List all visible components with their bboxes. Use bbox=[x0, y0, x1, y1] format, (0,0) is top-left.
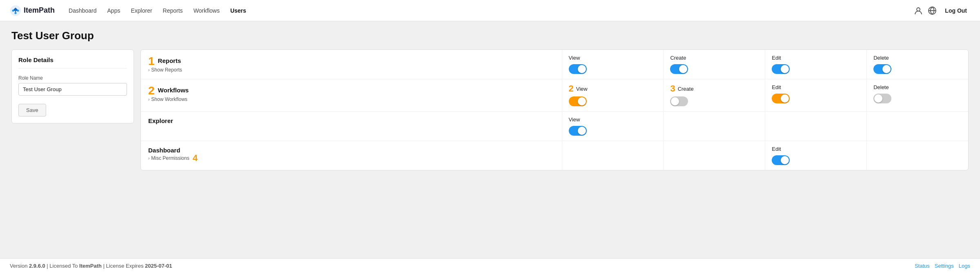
reports-edit-thumb bbox=[781, 65, 789, 73]
footer-settings-link[interactable]: Settings bbox=[935, 263, 954, 269]
reports-edit-label: Edit bbox=[772, 55, 781, 61]
workflows-delete-toggle[interactable] bbox=[873, 94, 891, 103]
workflows-view-label: View bbox=[576, 86, 588, 92]
nav-explorer[interactable]: Explorer bbox=[127, 5, 156, 16]
nav-reports[interactable]: Reports bbox=[159, 5, 187, 16]
dashboard-row: Dashboard › Misc Permissions 4 Edit bbox=[141, 141, 968, 170]
explorer-row: Explorer View bbox=[141, 112, 968, 141]
reports-view-thumb bbox=[578, 65, 586, 73]
workflows-delete-thumb bbox=[874, 94, 882, 103]
content-area: Role Details Role Name Save 1 Reports › … bbox=[11, 49, 969, 170]
user-icon[interactable] bbox=[914, 6, 923, 15]
reports-row: 1 Reports › Show Reports View bbox=[141, 50, 968, 79]
nav-apps[interactable]: Apps bbox=[103, 5, 125, 16]
workflows-create-thumb bbox=[671, 97, 679, 105]
workflows-row: 2 Workflows › Show Workflows 2 View bbox=[141, 79, 968, 112]
dashboard-edit-toggle[interactable] bbox=[772, 155, 790, 165]
chevron-icon-3: › bbox=[148, 156, 149, 161]
main-nav: Dashboard Apps Explorer Reports Workflow… bbox=[65, 5, 914, 16]
footer-company: ItemPath bbox=[79, 263, 102, 269]
chevron-icon: › bbox=[148, 68, 149, 72]
footer-status-link[interactable]: Status bbox=[915, 263, 930, 269]
workflows-edit-thumb bbox=[781, 94, 789, 103]
workflows-delete-cell: Delete bbox=[867, 79, 968, 111]
left-panel: Role Details Role Name Save bbox=[11, 49, 134, 123]
annotation-1: 1 bbox=[148, 56, 155, 67]
annotation-2: 2 bbox=[148, 85, 155, 96]
explorer-title: Explorer bbox=[148, 117, 173, 124]
svg-point-1 bbox=[12, 9, 14, 11]
reports-delete-thumb bbox=[882, 65, 891, 73]
logo-icon bbox=[10, 5, 21, 16]
svg-point-4 bbox=[917, 8, 920, 11]
misc-permissions-toggle[interactable]: › Misc Permissions 4 bbox=[148, 154, 555, 163]
workflows-title: Workflows bbox=[158, 87, 189, 94]
dashboard-delete-cell bbox=[867, 141, 968, 170]
explorer-view-label: View bbox=[569, 116, 580, 123]
dashboard-edit-cell: Edit bbox=[765, 141, 867, 170]
workflows-edit-cell: Edit bbox=[765, 79, 867, 111]
workflows-view-cell: 2 View bbox=[562, 79, 664, 111]
footer-version: Version 2.9.6.0 | Licensed To ItemPath |… bbox=[10, 263, 172, 269]
reports-create-cell: Create bbox=[664, 50, 765, 79]
reports-delete-label: Delete bbox=[873, 55, 889, 61]
role-name-label: Role Name bbox=[18, 75, 127, 81]
explorer-edit-cell bbox=[765, 112, 867, 141]
explorer-view-thumb bbox=[578, 127, 586, 135]
workflows-view-thumb bbox=[578, 97, 586, 105]
reports-cells: View Create Edit bbox=[562, 50, 969, 79]
reports-delete-cell: Delete bbox=[867, 50, 968, 79]
nav-workflows[interactable]: Workflows bbox=[189, 5, 224, 16]
svg-point-2 bbox=[17, 9, 19, 11]
workflows-create-label: Create bbox=[678, 86, 694, 92]
role-name-input[interactable] bbox=[18, 83, 127, 96]
footer: Version 2.9.6.0 | Licensed To ItemPath |… bbox=[0, 258, 980, 273]
workflows-create-toggle[interactable] bbox=[670, 96, 688, 106]
reports-view-cell: View bbox=[562, 50, 664, 79]
footer-right: Status Settings Logs bbox=[915, 263, 970, 269]
save-button[interactable]: Save bbox=[18, 104, 46, 116]
show-reports-toggle[interactable]: › Show Reports bbox=[148, 67, 555, 73]
reports-view-label: View bbox=[569, 55, 580, 61]
workflows-edit-toggle[interactable] bbox=[772, 94, 790, 103]
reports-create-thumb bbox=[679, 65, 687, 73]
workflows-delete-label: Delete bbox=[873, 84, 889, 90]
dashboard-edit-thumb bbox=[781, 156, 789, 164]
logout-button[interactable]: Log Out bbox=[942, 6, 970, 16]
reports-view-toggle[interactable] bbox=[569, 64, 587, 74]
explorer-cells: View bbox=[562, 112, 969, 141]
svg-point-3 bbox=[15, 12, 17, 14]
globe-icon[interactable] bbox=[928, 6, 937, 15]
show-workflows-toggle[interactable]: › Show Workflows bbox=[148, 96, 555, 102]
workflows-edit-label: Edit bbox=[772, 84, 781, 90]
reports-title: Reports bbox=[158, 57, 181, 64]
header: ItemPath Dashboard Apps Explorer Reports… bbox=[0, 0, 980, 21]
dashboard-title: Dashboard bbox=[148, 147, 180, 154]
footer-version-prefix: Version bbox=[10, 263, 29, 269]
reports-edit-cell: Edit bbox=[765, 50, 867, 79]
footer-logs-link[interactable]: Logs bbox=[959, 263, 970, 269]
misc-permissions-label: Misc Permissions bbox=[151, 155, 189, 161]
reports-delete-toggle[interactable] bbox=[873, 64, 891, 74]
annotation-2b: 2 bbox=[569, 84, 574, 93]
show-workflows-label: Show Workflows bbox=[151, 96, 187, 102]
chevron-icon-2: › bbox=[148, 97, 149, 102]
explorer-view-cell: View bbox=[562, 112, 664, 141]
footer-version-number: 2.9.6.0 bbox=[29, 263, 45, 269]
show-reports-label: Show Reports bbox=[151, 67, 182, 73]
workflows-section-name: 2 Workflows › Show Workflows bbox=[141, 79, 562, 111]
dashboard-section-name: Dashboard › Misc Permissions 4 bbox=[141, 141, 562, 170]
nav-users[interactable]: Users bbox=[226, 5, 250, 16]
reports-edit-toggle[interactable] bbox=[772, 64, 790, 74]
workflows-view-toggle[interactable] bbox=[569, 96, 587, 106]
footer-licensed-text: | Licensed To bbox=[45, 263, 79, 269]
dashboard-view-cell bbox=[562, 141, 664, 170]
annotation-3: 3 bbox=[670, 84, 675, 93]
page-title: Test User Group bbox=[11, 29, 969, 42]
reports-create-label: Create bbox=[670, 55, 686, 61]
explorer-view-toggle[interactable] bbox=[569, 126, 587, 136]
reports-create-toggle[interactable] bbox=[670, 64, 688, 74]
dashboard-cells: Edit bbox=[562, 141, 969, 170]
role-details-header: Role Details bbox=[18, 56, 127, 69]
nav-dashboard[interactable]: Dashboard bbox=[65, 5, 101, 16]
